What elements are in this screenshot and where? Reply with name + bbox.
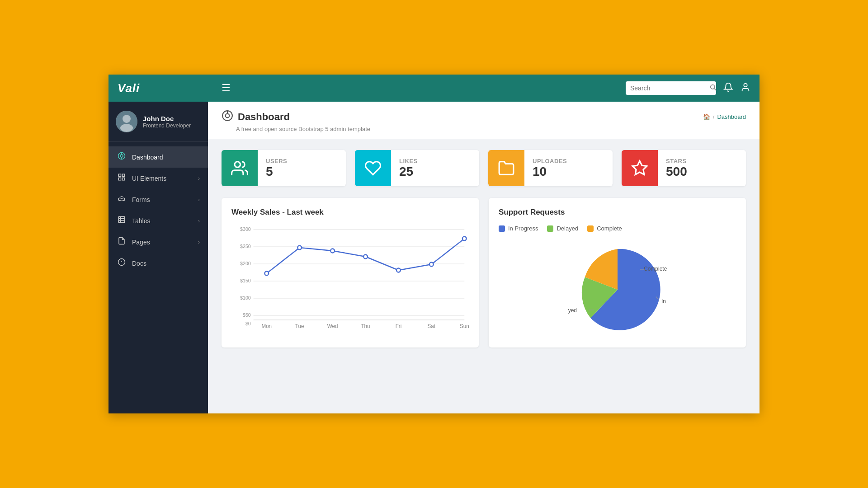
sidebar-item-label-docs: Docs bbox=[132, 260, 200, 267]
chevron-right-icon: › bbox=[198, 175, 200, 182]
svg-text:$250: $250 bbox=[240, 244, 251, 249]
stat-info-likes: LIKES 25 bbox=[391, 153, 426, 183]
sidebar-item-label-ui: UI Elements bbox=[132, 175, 198, 182]
svg-point-43 bbox=[363, 255, 368, 259]
stat-label-stars: STARS bbox=[666, 158, 687, 164]
sidebar-item-docs[interactable]: Docs bbox=[108, 253, 208, 274]
weekly-sales-title: Weekly Sales - Last week bbox=[231, 208, 469, 217]
line-chart-area: $300 $250 $200 $150 $100 $50 $0 bbox=[231, 225, 469, 333]
sidebar-item-ui-elements[interactable]: UI Elements › bbox=[108, 168, 208, 189]
stat-icon-stars bbox=[622, 150, 658, 186]
pie-label-inprogress: In Progress bbox=[661, 298, 667, 305]
sidebar-item-tables[interactable]: Tables › bbox=[108, 210, 208, 231]
stat-card-stars: STARS 500 bbox=[622, 150, 746, 186]
svg-point-7 bbox=[120, 155, 123, 157]
sidebar-item-dashboard[interactable]: Dashboard bbox=[108, 146, 208, 168]
svg-rect-12 bbox=[123, 178, 125, 180]
tables-icon bbox=[117, 216, 127, 226]
sidebar-item-forms[interactable]: Forms › bbox=[108, 189, 208, 210]
svg-rect-10 bbox=[118, 174, 121, 176]
sidebar-item-label-tables: Tables bbox=[132, 217, 198, 225]
avatar bbox=[116, 111, 137, 132]
legend-label-complete: Complete bbox=[597, 225, 622, 232]
forms-icon bbox=[117, 194, 127, 205]
search-button[interactable] bbox=[709, 84, 717, 93]
sidebar: John Doe Frontend Developer Dashboard bbox=[108, 102, 208, 413]
sidebar-item-label-pages: Pages bbox=[132, 239, 198, 246]
stat-info-users: USERS 5 bbox=[258, 153, 295, 183]
svg-text:$300: $300 bbox=[240, 226, 251, 232]
pie-label-delayed: Delayed bbox=[568, 307, 577, 314]
user-info: John Doe Frontend Developer bbox=[143, 115, 191, 129]
sidebar-nav: Dashboard UI Elements › bbox=[108, 142, 208, 278]
search-input[interactable] bbox=[630, 84, 709, 92]
user-menu-button[interactable] bbox=[741, 82, 750, 94]
svg-text:$150: $150 bbox=[240, 278, 251, 283]
stat-info-stars: STARS 500 bbox=[658, 153, 695, 183]
pie-container: Complete Delayed In Progress bbox=[499, 240, 736, 339]
breadcrumb-separator: / bbox=[713, 113, 715, 120]
svg-line-1 bbox=[714, 89, 716, 90]
svg-point-4 bbox=[123, 115, 131, 123]
svg-rect-11 bbox=[123, 174, 125, 176]
stat-cards: USERS 5 LIKES 25 bbox=[222, 150, 746, 186]
stat-value-stars: 500 bbox=[666, 164, 687, 179]
stat-icon-likes bbox=[355, 150, 391, 186]
breadcrumb-current[interactable]: Dashboard bbox=[717, 113, 746, 120]
user-profile: John Doe Frontend Developer bbox=[108, 102, 208, 142]
page-title: Dashboard bbox=[238, 111, 290, 123]
pages-icon bbox=[117, 237, 127, 247]
stat-label-uploads: UPLOADES bbox=[533, 158, 567, 164]
legend-in-progress: In Progress bbox=[499, 225, 538, 232]
svg-text:Sun: Sun bbox=[460, 323, 469, 329]
svg-text:$100: $100 bbox=[240, 295, 251, 300]
svg-point-2 bbox=[744, 83, 747, 86]
svg-text:Wed: Wed bbox=[327, 323, 338, 329]
stat-card-uploads: UPLOADES 10 bbox=[488, 150, 613, 186]
main-content: Dashboard A free and open source Bootstr… bbox=[208, 102, 760, 413]
svg-rect-13 bbox=[118, 178, 121, 180]
page-header: Dashboard A free and open source Bootstr… bbox=[208, 102, 760, 139]
docs-icon bbox=[117, 258, 127, 268]
svg-text:$200: $200 bbox=[240, 261, 251, 266]
svg-text:Sat: Sat bbox=[428, 323, 436, 329]
chevron-right-icon-pages: › bbox=[198, 239, 200, 245]
hamburger-button[interactable]: ☰ bbox=[217, 80, 235, 96]
chevron-right-icon-forms: › bbox=[198, 197, 200, 203]
notification-button[interactable] bbox=[723, 82, 733, 94]
legend-label-delayed: Delayed bbox=[557, 225, 578, 232]
stat-value-uploads: 10 bbox=[533, 164, 567, 179]
app-wrapper: Vali ☰ bbox=[108, 75, 760, 413]
page-title-section: Dashboard A free and open source Bootstr… bbox=[222, 110, 370, 132]
dashboard-page-icon bbox=[222, 110, 233, 124]
svg-point-22 bbox=[226, 114, 230, 118]
sidebar-item-label-forms: Forms bbox=[132, 196, 198, 203]
stat-value-users: 5 bbox=[266, 164, 287, 179]
svg-rect-14 bbox=[118, 216, 125, 223]
legend-dot-in-progress bbox=[499, 225, 505, 232]
dashboard-icon bbox=[117, 152, 127, 162]
svg-text:Mon: Mon bbox=[261, 323, 272, 329]
brand-logo: Vali bbox=[118, 81, 217, 95]
legend-items: In Progress Delayed Complete bbox=[499, 225, 736, 232]
support-requests-card: Support Requests In Progress Delayed bbox=[489, 198, 746, 347]
charts-row: Weekly Sales - Last week bbox=[222, 198, 746, 347]
svg-point-45 bbox=[429, 263, 434, 267]
stat-card-users: USERS 5 bbox=[222, 150, 346, 186]
svg-point-42 bbox=[330, 249, 335, 253]
stat-label-likes: LIKES bbox=[399, 158, 418, 164]
ui-elements-icon bbox=[117, 173, 127, 183]
weekly-sales-card: Weekly Sales - Last week bbox=[222, 198, 479, 347]
page-subtitle: A free and open source Bootstrap 5 admin… bbox=[222, 126, 370, 132]
legend-dot-complete bbox=[587, 225, 594, 232]
content-area: USERS 5 LIKES 25 bbox=[208, 139, 760, 358]
sidebar-item-pages[interactable]: Pages › bbox=[108, 231, 208, 253]
top-nav: Vali ☰ bbox=[108, 75, 760, 102]
svg-point-40 bbox=[264, 272, 269, 276]
svg-point-41 bbox=[297, 246, 302, 250]
svg-point-24 bbox=[235, 162, 241, 168]
breadcrumb-home-icon[interactable]: 🏠 bbox=[703, 113, 710, 120]
legend-complete: Complete bbox=[587, 225, 622, 232]
stat-icon-users bbox=[222, 150, 258, 186]
sidebar-item-label-dashboard: Dashboard bbox=[132, 154, 200, 161]
